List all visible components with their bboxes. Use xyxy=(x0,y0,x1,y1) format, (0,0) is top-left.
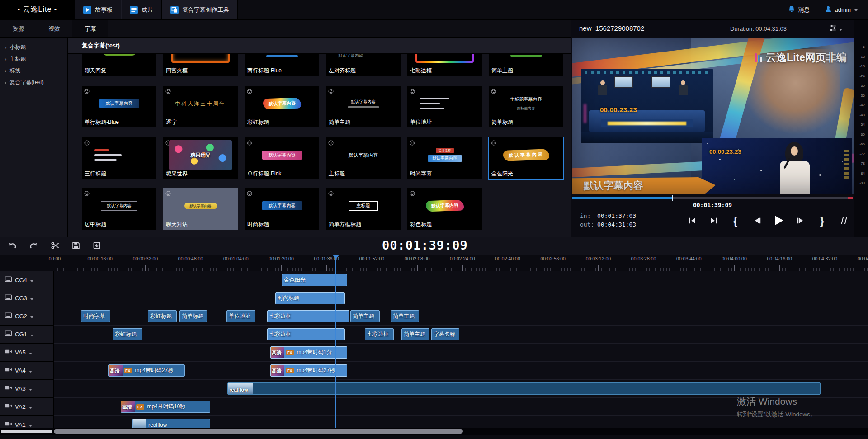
user-menu[interactable]: admin xyxy=(825,5,858,14)
timeline-clip[interactable]: 七彩边框 xyxy=(267,310,349,322)
cg-track-icon xyxy=(5,293,12,303)
topbar-tab[interactable]: 成片 xyxy=(121,0,162,19)
template-item[interactable]: 默认字幕内容 单行标题-Blue xyxy=(82,86,156,127)
tree-item[interactable]: › 复合字幕(test) xyxy=(0,76,67,88)
track-header-VA2[interactable]: VA2 xyxy=(0,398,54,416)
timeline-clip[interactable]: 简单标题 xyxy=(179,310,207,322)
template-item[interactable]: 默认字幕内容 时尚标题 xyxy=(245,188,319,230)
save-button[interactable] xyxy=(71,241,80,251)
track-lane-VA5[interactable]: 高清FXmp4带时码1分 xyxy=(54,344,868,362)
timeline-clip[interactable]: 简单主题 xyxy=(401,328,429,340)
export-button[interactable] xyxy=(92,241,101,251)
template-item[interactable]: 默认字幕内容 简单主题 xyxy=(326,86,401,127)
mark-out-button[interactable]: } xyxy=(812,211,832,231)
track-lane-VA4[interactable]: 高清FXmp4带时码27秒高清FXmp4带时码27秒 xyxy=(54,362,868,380)
seek-bar[interactable] xyxy=(572,197,853,199)
track-header-CG1[interactable]: CG1 xyxy=(0,326,54,344)
template-item[interactable]: 主要标题内容 简单主题 xyxy=(489,54,563,76)
timeline-clip[interactable]: 彩虹标题 xyxy=(148,310,177,322)
template-item[interactable]: 栏目名称默认字幕内容 时尚字幕 xyxy=(407,137,482,179)
timeline-clip[interactable]: 高清FXmp4带时码27秒 xyxy=(108,364,185,377)
tree-item[interactable]: › 小标题 xyxy=(0,41,67,53)
video-viewport[interactable]: 00:00:23:23 云逸Lite网页非编 00:00:23:23 默认字幕内… xyxy=(572,38,854,194)
track-header-CG3[interactable]: CG3 xyxy=(0,289,54,307)
template-item[interactable]: 中科大洋三十周年 逐字 xyxy=(163,86,238,127)
split-button[interactable] xyxy=(834,211,854,231)
template-item[interactable]: 默认字幕内容 彩虹标题 xyxy=(245,86,319,127)
template-label: 七彩边框 xyxy=(410,67,432,75)
template-item[interactable]: 糖果世界 糖果世界 xyxy=(163,137,238,179)
timeline-clip[interactable]: 彩虹标题 xyxy=(113,328,142,340)
template-item[interactable]: 默认字幕内容 单行标题-Pink xyxy=(245,137,319,179)
template-item[interactable]: 默认字幕内容默认字幕内容 左对齐标题 xyxy=(326,54,401,76)
undo-button[interactable] xyxy=(7,241,17,251)
timeline-clip[interactable]: 七彩边框 xyxy=(267,328,345,340)
track-lane-CG2[interactable]: 时尚字幕彩虹标题简单标题单位地址七彩边框简单主题简单主题 xyxy=(54,307,868,326)
track-lane-CG1[interactable]: 彩虹标题七彩边框七彩边框简单主题字幕名称 xyxy=(54,326,868,344)
timeline-clip[interactable]: 简单主题 xyxy=(350,310,380,322)
timeline-clip[interactable]: 七彩边框 xyxy=(365,328,394,340)
seek-thumb[interactable] xyxy=(672,195,673,201)
scrollbar-thumb[interactable] xyxy=(54,429,463,434)
tree-item[interactable]: › 标线 xyxy=(0,65,67,76)
template-item[interactable]: 七彩边框 xyxy=(407,54,482,76)
track-lane-CG4[interactable]: 金色阳光 xyxy=(54,271,868,289)
mark-in-button[interactable]: { xyxy=(726,211,745,231)
template-item[interactable]: 默认字幕内容 聊天回复 xyxy=(82,54,156,76)
template-item[interactable]: 默认字幕内容 两行标题-Blue xyxy=(245,54,319,76)
track-header-CG4[interactable]: CG4 xyxy=(0,271,54,289)
sidebar-tab[interactable]: 视效 xyxy=(36,20,72,37)
track-header-VA4[interactable]: VA4 xyxy=(0,362,54,380)
ruler-ticks[interactable] xyxy=(54,263,868,271)
track-lane-VA2[interactable]: 高清FXmp4带时码10秒 xyxy=(54,398,868,416)
timeline-clip[interactable]: 字幕名称 xyxy=(431,328,459,340)
playhead[interactable] xyxy=(335,256,336,428)
template-item[interactable]: 默认字幕内容 彩色标题 xyxy=(407,188,482,230)
track-header-VA3[interactable]: VA3 xyxy=(0,380,54,398)
sidebar-tab[interactable]: 字幕 xyxy=(72,20,108,37)
timeline-clip[interactable]: 时尚标题 xyxy=(275,292,345,304)
step-back-button[interactable] xyxy=(747,211,767,231)
jump-to-out-button[interactable] xyxy=(704,211,723,231)
template-label: 单行标题-Blue xyxy=(85,118,119,126)
track-header-CG2[interactable]: CG2 xyxy=(0,307,54,326)
track-header-VA5[interactable]: VA5 xyxy=(0,344,54,362)
track-lane-CG3[interactable]: 时尚标题 xyxy=(54,289,868,307)
timeline-clip[interactable]: 时尚字幕 xyxy=(81,310,110,322)
library-header: 复合字幕(test) xyxy=(68,38,571,54)
template-item[interactable]: 单位地址 xyxy=(407,86,482,127)
sidebar-tab[interactable]: 资源 xyxy=(0,20,36,37)
timeline-clip[interactable]: 简单主题 xyxy=(391,310,419,322)
cg-track-icon xyxy=(5,330,12,339)
topbar-tab[interactable]: 故事板 xyxy=(75,0,121,19)
tree-item[interactable]: › 主标题 xyxy=(0,53,67,65)
cut-button[interactable] xyxy=(51,241,60,251)
timeline-clip[interactable]: 金色阳光 xyxy=(282,274,347,286)
clip-thumbnail: realflow xyxy=(228,383,253,394)
topbar-tab[interactable]: 复合字幕创作工具 xyxy=(162,0,238,19)
redo-button[interactable] xyxy=(29,241,39,251)
template-item[interactable]: 默认字幕内容 居中标题 xyxy=(82,188,156,230)
template-item[interactable]: 默认字幕内容 主标题 xyxy=(326,137,401,179)
clip-label: 七彩边框 xyxy=(365,330,391,338)
step-forward-button[interactable] xyxy=(791,211,810,231)
template-item[interactable]: 主标题 简单方框标题 xyxy=(326,188,401,230)
template-item[interactable]: 四宫火框 xyxy=(163,54,238,76)
playhead-handle[interactable] xyxy=(333,255,339,259)
template-item[interactable]: 主标题字幕内容副标题内容 简单标题 xyxy=(489,86,563,127)
play-button[interactable] xyxy=(769,211,788,231)
template-item[interactable]: 默认字幕内容 聊天对话 xyxy=(163,188,238,230)
timeline-clip[interactable]: 高清FXmp4带时码10秒 xyxy=(121,401,210,413)
track-name: VA4 xyxy=(15,367,26,374)
template-item[interactable]: 默认字幕内容 金色阳光 xyxy=(489,137,563,179)
messages-button[interactable]: 消息 xyxy=(788,5,810,14)
timeline-clip[interactable]: 单位地址 xyxy=(226,310,255,322)
template-item[interactable]: 三行标题 xyxy=(82,137,156,179)
scissors-icon xyxy=(51,241,60,251)
jump-to-in-button[interactable] xyxy=(682,211,702,231)
ruler-label: 00:04:16:00 xyxy=(767,256,792,261)
preview-settings-button[interactable] xyxy=(829,24,843,34)
timeline-clip[interactable]: realflow xyxy=(227,382,821,395)
track-lane-VA3[interactable]: realflow xyxy=(54,380,868,398)
scrollbar-zoom-handle[interactable] xyxy=(1,430,52,433)
